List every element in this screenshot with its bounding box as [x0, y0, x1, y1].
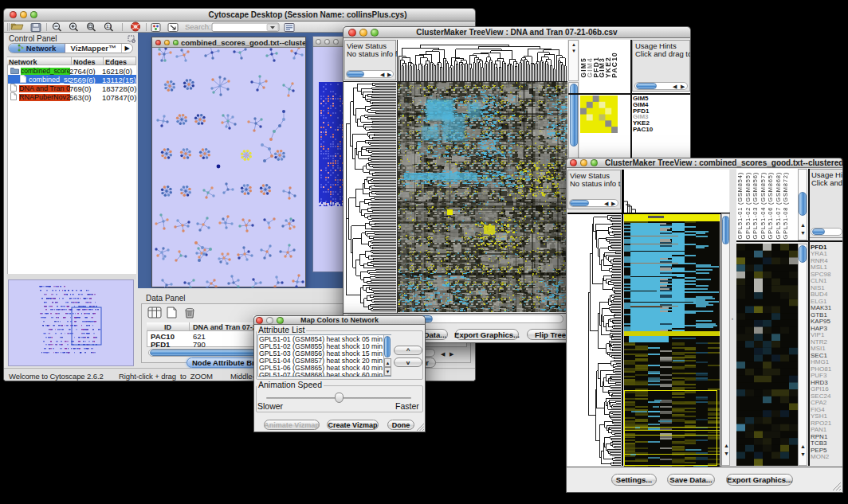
svg-text:1:1: 1:1 — [106, 25, 112, 29]
svg-text:Search:: Search: — [185, 22, 211, 31]
